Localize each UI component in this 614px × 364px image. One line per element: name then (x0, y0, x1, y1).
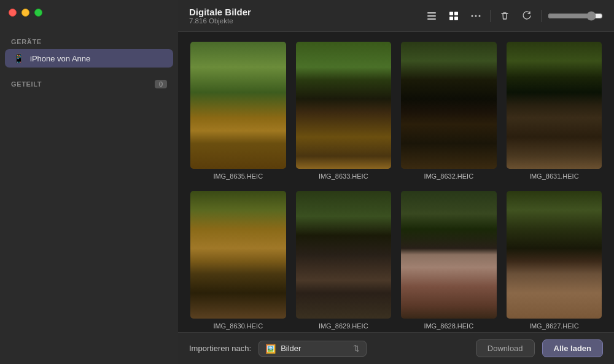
delete-button[interactable] (497, 8, 513, 24)
maximize-button[interactable] (34, 9, 42, 17)
grid-view-button[interactable] (446, 8, 462, 24)
list-item[interactable]: IMG_8635.HEIC (190, 42, 286, 180)
trash-icon (499, 10, 510, 21)
svg-point-8 (475, 15, 477, 17)
toolbar-buttons (424, 8, 603, 24)
svg-rect-0 (427, 12, 436, 14)
toolbar-title-area: Digitale Bilder 7.816 Objekte (189, 7, 414, 25)
alle-laden-button[interactable]: Alle laden (542, 339, 603, 357)
destination-text: Bilder (281, 344, 348, 353)
list-item[interactable]: IMG_8631.HEIC (507, 42, 602, 180)
svg-rect-5 (449, 17, 453, 20)
photo-filename: IMG_8633.HEIC (296, 172, 392, 180)
list-item[interactable]: IMG_8632.HEIC (401, 42, 497, 180)
more-options-button[interactable] (468, 8, 484, 24)
geteilt-row: GETEILT 0 (0, 76, 178, 92)
photo-filename: IMG_8630.HEIC (190, 322, 286, 330)
main-content: Digitale Bilder 7.816 Objekte (178, 0, 614, 364)
minimize-button[interactable] (21, 9, 29, 17)
photo-grid: IMG_8635.HEIC IMG_8633.HEIC IMG_8632.HEI… (190, 42, 602, 332)
rotate-button[interactable] (519, 8, 535, 24)
photo-filename: IMG_8632.HEIC (401, 172, 497, 180)
geteilt-label: GETEILT (11, 80, 42, 88)
photo-thumbnail (401, 191, 497, 318)
window-title: Digitale Bilder (189, 7, 414, 17)
svg-rect-4 (454, 12, 458, 15)
photo-thumbnail (507, 42, 602, 169)
list-item[interactable]: IMG_8633.HEIC (296, 42, 392, 180)
more-options-icon (470, 10, 481, 21)
photo-filename: IMG_8631.HEIC (507, 172, 602, 180)
stepper-arrows-icon: ⇅ (353, 344, 360, 353)
photo-filename: IMG_8635.HEIC (190, 172, 286, 180)
list-icon (426, 10, 437, 21)
list-item[interactable]: IMG_8627.HEIC (507, 191, 602, 329)
svg-rect-1 (427, 15, 436, 17)
toolbar: Digitale Bilder 7.816 Objekte (178, 0, 614, 32)
svg-rect-2 (427, 18, 436, 20)
rotate-icon (521, 10, 532, 21)
toolbar-separator (490, 10, 491, 22)
photo-filename: IMG_8628.HEIC (401, 322, 497, 330)
svg-rect-3 (449, 12, 453, 15)
import-label: Importieren nach: (189, 344, 251, 353)
destination-icon: 🖼️ (265, 344, 276, 354)
sidebar-item-iphone-anne[interactable]: 📱 iPhone von Anne (5, 49, 173, 68)
download-button[interactable]: Download (476, 339, 535, 357)
zoom-slider-area (548, 11, 603, 21)
geteilt-section: GETEILT 0 (0, 76, 178, 92)
photo-thumbnail (190, 191, 286, 318)
geraete-section-label: GERÄTE (0, 31, 178, 49)
photo-filename: IMG_8629.HEIC (296, 322, 392, 330)
photo-thumbnail (190, 42, 286, 169)
list-view-button[interactable] (424, 8, 440, 24)
svg-point-9 (479, 15, 481, 17)
import-destination-selector[interactable]: 🖼️ Bilder ⇅ (258, 341, 367, 357)
photo-grid-area: IMG_8635.HEIC IMG_8633.HEIC IMG_8632.HEI… (178, 32, 614, 332)
zoom-slider[interactable] (548, 11, 603, 21)
iphone-icon: 📱 (14, 53, 24, 63)
list-item[interactable]: IMG_8629.HEIC (296, 191, 392, 329)
photo-thumbnail (296, 191, 392, 318)
close-button[interactable] (9, 9, 17, 17)
sidebar-item-label: iPhone von Anne (30, 54, 90, 63)
grid-icon (448, 10, 459, 21)
toolbar-separator-2 (541, 10, 542, 22)
svg-point-7 (472, 15, 473, 17)
photo-thumbnail (401, 42, 497, 169)
traffic-lights (9, 9, 42, 17)
bottom-bar: Importieren nach: 🖼️ Bilder ⇅ Download A… (178, 332, 614, 364)
photo-thumbnail (507, 191, 602, 318)
list-item[interactable]: IMG_8628.HEIC (401, 191, 497, 329)
list-item[interactable]: IMG_8630.HEIC (190, 191, 286, 329)
photo-filename: IMG_8627.HEIC (507, 322, 602, 330)
photo-thumbnail (296, 42, 392, 169)
sidebar: GERÄTE 📱 iPhone von Anne GETEILT 0 (0, 0, 178, 364)
window-subtitle: 7.816 Objekte (189, 17, 414, 25)
svg-rect-6 (454, 17, 458, 20)
geteilt-badge: 0 (155, 80, 167, 88)
